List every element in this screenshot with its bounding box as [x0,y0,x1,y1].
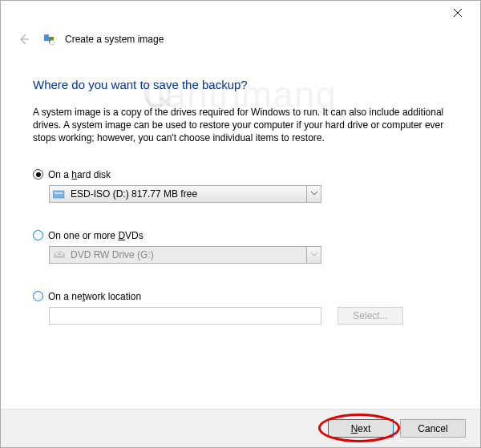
radio-icon [33,291,43,301]
wizard-title: Create a system image [65,34,164,45]
titlebar [1,1,480,25]
footer: Next Cancel [1,409,480,447]
option-hard-disk: On a hard disk ESD-ISO (D:) 817.77 MB fr… [33,169,448,203]
svg-point-11 [59,253,61,255]
radio-icon [33,169,43,180]
next-button[interactable]: Next [328,419,394,438]
back-button[interactable] [14,30,33,49]
system-image-icon [42,33,55,46]
radio-dvds[interactable]: On one or more DVDs [33,230,448,241]
close-icon [454,9,462,17]
svg-rect-7 [53,191,64,198]
svg-point-5 [50,40,55,45]
radio-icon [33,230,43,240]
hard-disk-select[interactable]: ESD-ISO (D:) 817.77 MB free [49,185,321,203]
dvd-select: DVD RW Drive (G:) [49,246,321,264]
radio-label-hard-disk: On a hard disk [48,169,111,180]
svg-rect-8 [55,192,63,194]
content-area: Where do you want to save the backup? A … [1,60,480,325]
option-dvds: On one or more DVDs DVD RW Drive (G:) [33,230,448,264]
drive-icon [53,188,66,200]
dvd-value: DVD RW Drive (G:) [71,249,306,260]
wizard-header: Create a system image [1,25,480,60]
radio-hard-disk[interactable]: On a hard disk [33,169,448,180]
option-network: On a network location Select... [33,291,448,325]
chevron-down-icon [306,186,321,202]
hard-disk-value: ESD-ISO (D:) 817.77 MB free [71,188,306,200]
back-arrow-icon [16,32,30,46]
page-description: A system image is a copy of the drives r… [33,106,448,145]
page-heading: Where do you want to save the backup? [33,78,448,91]
radio-label-network: On a network location [48,291,141,302]
close-button[interactable] [442,2,474,24]
network-select-button: Select... [338,307,403,325]
cancel-button[interactable]: Cancel [400,419,466,438]
network-location-input[interactable] [49,307,321,325]
radio-network[interactable]: On a network location [33,291,448,302]
svg-rect-3 [44,34,49,41]
disc-icon [53,249,66,260]
radio-label-dvds: On one or more DVDs [48,230,143,241]
chevron-down-icon [306,247,321,263]
